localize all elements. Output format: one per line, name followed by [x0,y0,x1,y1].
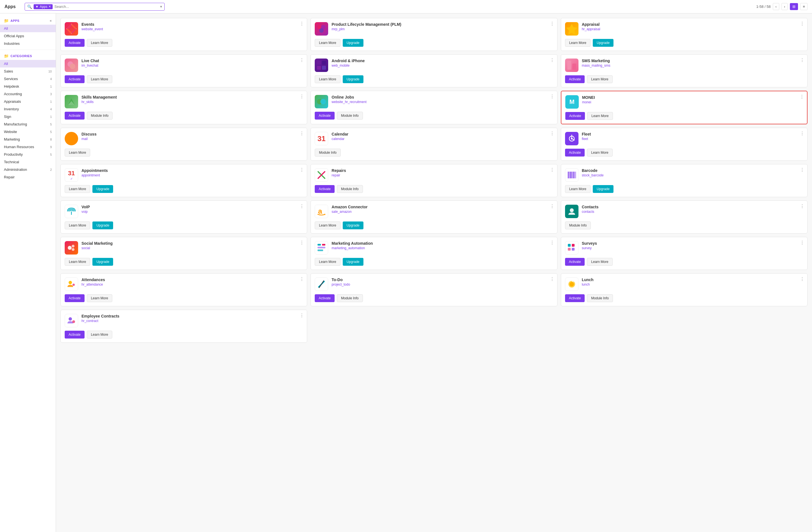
module-info-button-calendar[interactable]: Module Info [315,149,341,157]
upgrade-button-appraisal[interactable]: Upgrade [593,39,613,47]
app-menu-skills[interactable]: ⋮ [300,94,304,99]
sidebar-cat-sales[interactable]: Sales 10 [0,68,56,75]
upgrade-button-barcode[interactable]: Upgrade [593,185,613,193]
upgrade-button-plm[interactable]: Upgrade [343,39,363,47]
learn-more-button-voip[interactable]: Learn More [65,221,90,229]
module-info-button-skills[interactable]: Module Info [87,112,113,119]
sidebar-cat-all[interactable]: All [0,60,56,68]
upgrade-button-amazon[interactable]: Upgrade [343,221,363,229]
activate-button-surveys[interactable]: Activate [565,258,585,266]
app-menu-surveys[interactable]: ⋮ [800,240,804,245]
learn-more-button-appraisal[interactable]: Learn More [565,39,591,47]
search-input[interactable] [54,4,159,9]
sidebar-cat-inventory[interactable]: Inventory 4 [0,105,56,113]
sidebar-item-industries[interactable]: Industries [0,40,56,47]
module-info-button-contacts[interactable]: Module Info [565,221,591,229]
sidebar-cat-repair[interactable]: Repair [0,173,56,181]
activate-button-lunch[interactable]: Activate [565,294,585,302]
collapse-button[interactable]: « [50,19,52,23]
learn-more-button-fleet[interactable]: Learn More [587,149,612,157]
sidebar-cat-helpdesk[interactable]: Helpdesk 1 [0,83,56,90]
app-menu-contracts[interactable]: ⋮ [300,313,304,318]
app-menu-lunch[interactable]: ⋮ [800,276,804,282]
learn-more-button-discuss[interactable]: Learn More [65,149,90,157]
sidebar-cat-marketing[interactable]: Marketing 8 [0,135,56,143]
learn-more-button-marketing[interactable]: Learn More [315,258,340,266]
learn-more-button-appointments[interactable]: Learn More [65,185,90,193]
activate-button-sms[interactable]: Activate [565,75,585,83]
app-menu-social[interactable]: ⋮ [300,240,304,245]
module-info-button-jobs[interactable]: Module Info [337,112,363,119]
learn-more-button-contracts[interactable]: Learn More [87,331,112,339]
learn-more-button-android[interactable]: Learn More [315,75,340,83]
activate-button-events[interactable]: Activate [65,39,85,47]
activate-button-contracts[interactable]: Activate [65,331,85,339]
app-menu-plm[interactable]: ⋮ [550,21,554,26]
search-filter-tag[interactable]: ▼ Apps ✕ [33,4,53,9]
module-info-button-lunch[interactable]: Module Info [587,294,613,302]
app-menu-calendar[interactable]: ⋮ [550,131,554,136]
sidebar-cat-appraisals[interactable]: Appraisals 1 [0,98,56,105]
sidebar-cat-administration[interactable]: Administration 2 [0,166,56,173]
next-page-button[interactable]: › [782,3,788,10]
activate-button-livechat[interactable]: Activate [65,75,85,83]
sidebar-cat-sign[interactable]: Sign 1 [0,113,56,120]
upgrade-button-voip[interactable]: Upgrade [92,221,113,229]
prev-page-button[interactable]: ‹ [773,3,779,10]
app-menu-events[interactable]: ⋮ [300,21,304,26]
app-menu-todo[interactable]: ⋮ [550,276,554,282]
sidebar-cat-website[interactable]: Website 5 [0,128,56,135]
upgrade-button-marketing[interactable]: Upgrade [343,258,363,266]
sidebar-cat-services[interactable]: Services 4 [0,75,56,83]
sidebar-cat-accounting[interactable]: Accounting 3 [0,90,56,98]
learn-more-button-barcode[interactable]: Learn More [565,185,591,193]
grid-view-button[interactable]: ⊞ [790,3,798,10]
learn-more-button-monei[interactable]: Learn More [587,112,613,120]
upgrade-button-social[interactable]: Upgrade [92,258,113,266]
sidebar-cat-manufacturing[interactable]: Manufacturing 5 [0,120,56,128]
learn-more-button-attendances[interactable]: Learn More [87,294,112,302]
app-menu-repairs[interactable]: ⋮ [550,167,554,172]
app-menu-discuss[interactable]: ⋮ [300,131,304,136]
app-menu-contacts[interactable]: ⋮ [800,204,804,209]
app-menu-livechat[interactable]: ⋮ [300,57,304,63]
activate-button-jobs[interactable]: Activate [315,112,335,119]
app-menu-voip[interactable]: ⋮ [300,204,304,209]
activate-button-todo[interactable]: Activate [315,294,335,302]
app-menu-jobs[interactable]: ⋮ [550,94,554,99]
upgrade-button-appointments[interactable]: Upgrade [92,185,113,193]
sidebar-item-official[interactable]: Official Apps [0,32,56,40]
learn-more-button-social[interactable]: Learn More [65,258,90,266]
activate-button-skills[interactable]: Activate [65,112,85,119]
search-dropdown-icon[interactable]: ▾ [160,4,162,9]
learn-more-button-surveys[interactable]: Learn More [587,258,612,266]
sidebar-cat-productivity[interactable]: Productivity 5 [0,150,56,158]
app-menu-appraisal[interactable]: ⋮ [800,21,804,26]
activate-button-repairs[interactable]: Activate [315,185,335,193]
app-menu-amazon[interactable]: ⋮ [550,204,554,209]
activate-button-attendances[interactable]: Activate [65,294,85,302]
activate-button-fleet[interactable]: Activate [565,149,585,157]
learn-more-button-events[interactable]: Learn More [87,39,112,47]
list-view-button[interactable]: ≡ [800,3,808,10]
app-menu-marketing[interactable]: ⋮ [550,240,554,245]
learn-more-button-sms[interactable]: Learn More [587,75,612,83]
app-menu-fleet[interactable]: ⋮ [800,131,804,136]
module-info-button-repairs[interactable]: Module Info [337,185,363,193]
module-info-button-todo[interactable]: Module Info [337,294,363,302]
activate-button-monei[interactable]: Activate [565,112,585,120]
learn-more-button-plm[interactable]: Learn More [315,39,340,47]
sidebar-item-all[interactable]: All [0,25,56,32]
sidebar-cat-hr[interactable]: Human Resources 9 [0,143,56,150]
app-menu-attendances[interactable]: ⋮ [300,276,304,282]
learn-more-button-livechat[interactable]: Learn More [87,75,112,83]
learn-more-button-amazon[interactable]: Learn More [315,221,340,229]
search-filter-close[interactable]: ✕ [48,5,51,9]
app-menu-sms[interactable]: ⋮ [800,57,804,63]
app-menu-monei[interactable]: ⋮ [800,94,804,99]
app-menu-barcode[interactable]: ⋮ [800,167,804,172]
sidebar-cat-technical[interactable]: Technical [0,158,56,166]
app-menu-android[interactable]: ⋮ [550,57,554,63]
app-menu-appointments[interactable]: ⋮ [300,167,304,172]
upgrade-button-android[interactable]: Upgrade [343,75,363,83]
